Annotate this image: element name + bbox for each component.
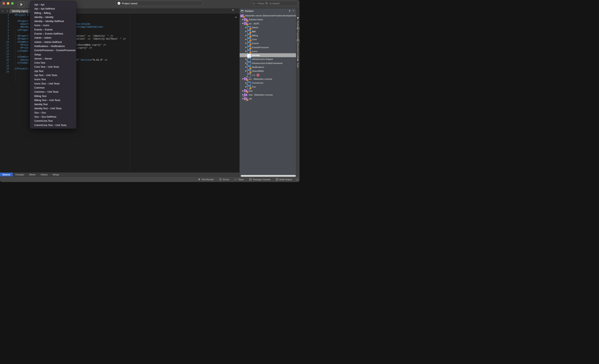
dropdown-item-identity-identity[interactable]: Identity – Identity: [30, 15, 76, 19]
dropdown-item-admin-admin-selfhost[interactable]: Admin – Admin-SelfHost: [30, 40, 76, 44]
tab-overflow-icon[interactable]: [232, 9, 234, 11]
tree-item-notifications[interactable]: Notifications: [240, 65, 296, 69]
close-button[interactable]: [2, 2, 5, 5]
dropdown-item-api-api[interactable]: Api – Api: [30, 2, 76, 7]
expander-right-icon[interactable]: [246, 43, 247, 44]
dropdown-item-notifications-notifications[interactable]: Notifications – Notifications: [30, 44, 76, 48]
tree-item-admin[interactable]: Admin: [240, 26, 296, 29]
dropdown-item-billing-billing[interactable]: Billing – Billing: [30, 11, 76, 15]
tree-item-events[interactable]: Events: [240, 41, 296, 45]
nav-forward-button[interactable]: ›: [5, 9, 9, 13]
dock-tab-properties[interactable]: Properties: [296, 27, 300, 40]
horizontal-scrollbar-thumb[interactable]: [241, 175, 296, 177]
dropdown-item-api-test-unit-tests[interactable]: Api.Test – Unit Tests: [30, 73, 76, 77]
dropdown-item-eventsprocessor-eventsprocessor[interactable]: EventsProcessor – EventsProcessor: [30, 48, 76, 52]
tree-item-identity[interactable]: Identity: [240, 53, 296, 57]
pin-icon[interactable]: [289, 10, 291, 12]
run-button[interactable]: [18, 1, 25, 7]
status-item-package-console[interactable]: Package Console: [249, 178, 270, 181]
tree-item-sso[interactable]: Sso: [240, 85, 296, 89]
tab-merge[interactable]: Merge: [50, 173, 62, 176]
expander-right-icon[interactable]: [246, 31, 247, 32]
tree-item-api[interactable]: Api: [240, 29, 296, 33]
zoom-button[interactable]: [11, 2, 14, 5]
resize-grip[interactable]: [296, 179, 299, 181]
expander-down-icon[interactable]: [242, 79, 244, 80]
expander-right-icon[interactable]: [246, 39, 247, 40]
expander-right-icon[interactable]: [246, 86, 247, 88]
expander-right-icon[interactable]: [246, 35, 247, 36]
status-item-errors[interactable]: ✕Errors: [219, 178, 229, 181]
dropdown-item-sso-sso[interactable]: Sso – Sso: [30, 111, 76, 115]
tree-item-test-bitwarden-license[interactable]: ✦test - Bitwarden License: [240, 93, 296, 97]
tree-item-src-bitwarden-license[interactable]: src - Bitwarden License: [240, 77, 296, 81]
dropdown-item-common-unit-tests[interactable]: Common – Unit Tests: [30, 90, 76, 94]
status-item-tasks[interactable]: ✓Tasks: [235, 178, 244, 181]
tree-item-solution-items[interactable]: Solution Items: [240, 18, 296, 21]
dropdown-item-sso-sso-selfhost[interactable]: Sso – Sso-SelfHost: [30, 115, 76, 119]
dropdown-item-billing-test[interactable]: Billing.Test: [30, 94, 76, 98]
dropdown-item-icons-test-unit-tests[interactable]: Icons.Test – Unit Tests: [30, 81, 76, 86]
expander-right-icon[interactable]: [246, 51, 247, 52]
dropdown-item-identity-test[interactable]: Identity.Test: [30, 102, 76, 106]
tree-item-label: Infrastructure.Dapper: [252, 58, 273, 60]
dock-tab-document-outline[interactable]: Document Outline: [296, 39, 300, 60]
tree-item-util[interactable]: util: [240, 97, 296, 101]
dropdown-item-billing-test-unit-tests[interactable]: Billing.Test – Unit Tests: [30, 98, 76, 102]
dropdown-item-icons-test[interactable]: Icons.Test: [30, 77, 76, 81]
tab-blame[interactable]: Blame: [27, 173, 38, 176]
tree-item-src-agpl[interactable]: src - AGPL: [240, 22, 296, 26]
tree-item-billing[interactable]: Billing: [240, 33, 296, 37]
tree-item-infrastructure-entityframework[interactable]: ✦Infrastructure.EntityFramework: [240, 61, 296, 65]
dropdown-item-common[interactable]: Common: [30, 86, 76, 90]
tree-item-commcore[interactable]: ✦CommCore: [240, 81, 296, 85]
status-item-label: Errors: [223, 178, 229, 181]
expander-right-icon[interactable]: [246, 66, 247, 68]
tree-item-infrastructure-dapper[interactable]: ✦Infrastructure.Dapper: [240, 57, 296, 61]
expander-right-icon[interactable]: [246, 47, 247, 48]
status-item-test-results[interactable]: Test Results: [198, 178, 214, 181]
expander-right-icon[interactable]: [242, 98, 244, 99]
dropdown-item-admin-admin[interactable]: Admin – Admin: [30, 36, 76, 40]
tab-history[interactable]: History: [38, 173, 50, 176]
expander-right-icon[interactable]: [246, 70, 247, 72]
dock-tab-tests[interactable]: Tests: [296, 59, 300, 68]
outline-icon: [297, 39, 299, 42]
dropdown-item-icons-icons[interactable]: Icons – Icons: [30, 23, 76, 27]
minimize-button[interactable]: [7, 2, 9, 5]
editor-tab-identity-csproj[interactable]: Identity.csproj: [9, 9, 30, 13]
tree-item-icons[interactable]: Icons: [240, 49, 296, 53]
tree-item-sql[interactable]: ✦Sql✕: [240, 73, 296, 77]
expander-right-icon[interactable]: [246, 54, 247, 56]
dropdown-item-api-api-selfhost[interactable]: Api – Api-SelfHost: [30, 7, 76, 11]
tree-item-core[interactable]: Core: [240, 37, 296, 41]
close-panel-icon[interactable]: ✕: [293, 9, 294, 12]
expander-right-icon[interactable]: [242, 90, 244, 92]
dock-tab-toolbox[interactable]: Toolbox: [296, 17, 300, 28]
dropdown-item-setup[interactable]: Setup: [30, 53, 76, 57]
tree-item-sharedweb[interactable]: SharedWeb: [240, 69, 296, 73]
dropdown-item-events-events-selfhost[interactable]: Events – Events-SelfHost: [30, 32, 76, 36]
dropdown-item-core-test-unit-tests[interactable]: Core.Test – Unit Tests: [30, 65, 76, 69]
tree-item-bitwarden-server-feature-self-hosted-development[interactable]: bitwarden-server (feature/self-hosted-de…: [240, 14, 296, 18]
status-item-build-output[interactable]: Build Output: [276, 178, 292, 181]
dropdown-item-identity-identity-selfhost[interactable]: Identity – Identity-SelfHost: [30, 19, 76, 23]
dropdown-item-commcore-test[interactable]: CommCore.Test: [30, 119, 76, 123]
dropdown-item-api-test[interactable]: Api.Test: [30, 69, 76, 73]
tab-changes[interactable]: Changes: [13, 173, 27, 176]
dropdown-item-events-events[interactable]: Events – Events: [30, 27, 76, 32]
expander-right-icon[interactable]: [242, 19, 244, 20]
tree-item-eventsprocessor[interactable]: EventsProcessor: [240, 45, 296, 49]
dropdown-item-identity-test-unit-tests[interactable]: Identity.Test – Unit Tests: [30, 106, 76, 110]
tab-source[interactable]: Source: [0, 173, 13, 176]
nav-back-button[interactable]: ‹: [1, 9, 5, 13]
expander-right-icon[interactable]: [246, 27, 247, 28]
tree-item-test[interactable]: test: [240, 89, 296, 93]
dropdown-item-server-server[interactable]: Server – Server: [30, 57, 76, 61]
expander-down-icon[interactable]: [242, 23, 244, 24]
scrollbar-marker[interactable]: [235, 17, 237, 17]
status-bar: Test Results✕Errors✓TasksPackage Console…: [0, 177, 300, 182]
dropdown-item-commcore-test-unit-tests[interactable]: CommCore.Test – Unit Tests: [30, 123, 76, 127]
global-search-input[interactable]: Press '⌘.' to search: [250, 1, 298, 6]
dropdown-item-core-test[interactable]: Core.Test: [30, 61, 76, 65]
